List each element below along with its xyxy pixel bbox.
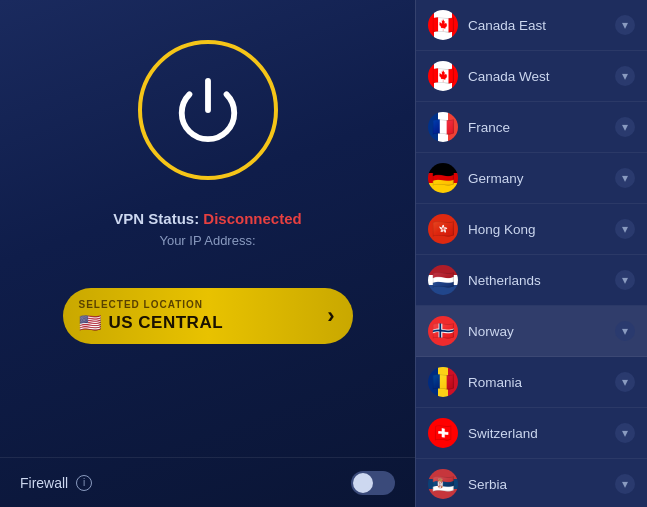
- status-value: Disconnected: [203, 210, 301, 227]
- firewall-toggle[interactable]: [351, 471, 395, 495]
- location-btn-left: SELECTED LOCATION 🇺🇸 US CENTRAL: [79, 299, 224, 334]
- country-name-romania: Romania: [468, 375, 605, 390]
- location-arrow-icon: ›: [327, 303, 334, 329]
- country-name-germany: Germany: [468, 171, 605, 186]
- country-list: 🇨🇦Canada East🇨🇦Canada West🇫🇷France🇩🇪Germ…: [415, 0, 647, 507]
- chevron-down-icon-netherlands: [615, 270, 635, 290]
- chevron-down-icon-norway: [615, 321, 635, 341]
- flag-hong-kong: 🇭🇰: [428, 214, 458, 244]
- toggle-thumb: [353, 473, 373, 493]
- country-item-serbia[interactable]: 🇷🇸Serbia: [416, 459, 647, 507]
- country-name-canada-west: Canada West: [468, 69, 605, 84]
- vpn-status-area: VPN Status: Disconnected Your IP Address…: [113, 210, 301, 248]
- chevron-down-icon-canada-east: [615, 15, 635, 35]
- country-name-norway: Norway: [468, 324, 605, 339]
- location-flag: 🇺🇸: [79, 312, 101, 334]
- power-button[interactable]: [138, 40, 278, 180]
- flag-canada-east: 🇨🇦: [428, 10, 458, 40]
- country-item-canada-east[interactable]: 🇨🇦Canada East: [416, 0, 647, 51]
- ip-address-line: Your IP Address:: [113, 233, 301, 248]
- flag-serbia: 🇷🇸: [428, 469, 458, 499]
- flag-france: 🇫🇷: [428, 112, 458, 142]
- chevron-down-icon-canada-west: [615, 66, 635, 86]
- country-item-hong-kong[interactable]: 🇭🇰Hong Kong: [416, 204, 647, 255]
- firewall-row: Firewall i: [0, 457, 415, 507]
- country-name-netherlands: Netherlands: [468, 273, 605, 288]
- selected-location-button[interactable]: SELECTED LOCATION 🇺🇸 US CENTRAL ›: [63, 288, 353, 344]
- status-label: VPN Status:: [113, 210, 199, 227]
- chevron-down-icon-hong-kong: [615, 219, 635, 239]
- flag-switzerland: 🇨🇭: [428, 418, 458, 448]
- chevron-down-icon-switzerland: [615, 423, 635, 443]
- country-name-france: France: [468, 120, 605, 135]
- chevron-down-icon-serbia: [615, 474, 635, 494]
- firewall-label: Firewall: [20, 475, 68, 491]
- power-button-container[interactable]: [138, 40, 278, 180]
- country-item-france[interactable]: 🇫🇷France: [416, 102, 647, 153]
- info-icon[interactable]: i: [76, 475, 92, 491]
- firewall-left: Firewall i: [20, 475, 92, 491]
- country-item-germany[interactable]: 🇩🇪Germany: [416, 153, 647, 204]
- country-name-serbia: Serbia: [468, 477, 605, 492]
- left-panel: VPN Status: Disconnected Your IP Address…: [0, 0, 415, 507]
- country-item-canada-west[interactable]: 🇨🇦Canada West: [416, 51, 647, 102]
- chevron-down-icon-france: [615, 117, 635, 137]
- power-icon: [173, 75, 243, 145]
- country-name-hong-kong: Hong Kong: [468, 222, 605, 237]
- country-item-romania[interactable]: 🇷🇴Romania: [416, 357, 647, 408]
- vpn-status-line: VPN Status: Disconnected: [113, 210, 301, 227]
- chevron-down-icon-romania: [615, 372, 635, 392]
- country-item-switzerland[interactable]: 🇨🇭Switzerland: [416, 408, 647, 459]
- country-name-switzerland: Switzerland: [468, 426, 605, 441]
- location-name-row: 🇺🇸 US CENTRAL: [79, 312, 224, 334]
- flag-norway: 🇳🇴: [428, 316, 458, 346]
- chevron-down-icon-germany: [615, 168, 635, 188]
- country-name-canada-east: Canada East: [468, 18, 605, 33]
- flag-canada-west: 🇨🇦: [428, 61, 458, 91]
- country-item-netherlands[interactable]: 🇳🇱Netherlands: [416, 255, 647, 306]
- flag-romania: 🇷🇴: [428, 367, 458, 397]
- country-item-norway[interactable]: 🇳🇴Norway: [416, 306, 647, 357]
- location-name: US CENTRAL: [109, 313, 224, 333]
- flag-germany: 🇩🇪: [428, 163, 458, 193]
- flag-netherlands: 🇳🇱: [428, 265, 458, 295]
- location-small-label: SELECTED LOCATION: [79, 299, 204, 310]
